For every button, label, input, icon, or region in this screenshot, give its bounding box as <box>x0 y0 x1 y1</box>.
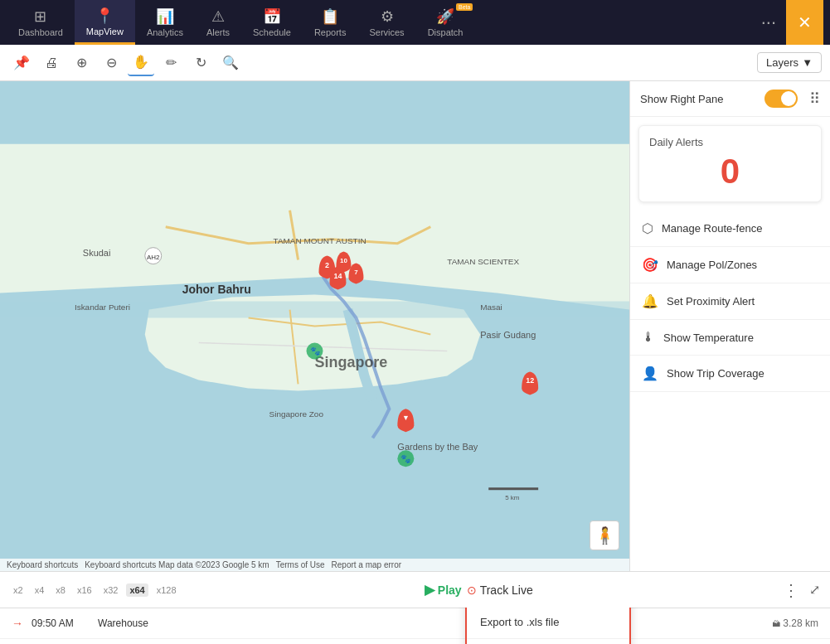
speed-x64[interactable]: x64 <box>126 583 148 597</box>
right-pane: Show Right Pane ⠿ Daily Alerts 0 ⬡ Manag… <box>629 81 830 571</box>
export-xls-item[interactable]: Export to .xls file <box>467 608 629 639</box>
play-button[interactable]: ▶ Play <box>425 582 462 598</box>
reports-icon: 📋 <box>321 7 339 26</box>
nav-dashboard-label: Dashboard <box>18 27 63 37</box>
svg-text:TAMAN SCIENTEX: TAMAN SCIENTEX <box>447 257 519 266</box>
mapview-icon: 📍 <box>95 7 114 25</box>
print-tool[interactable]: 🖨 <box>38 50 65 76</box>
manage-route-fence-label: Manage Route-fence <box>662 222 762 235</box>
grid-icon[interactable]: ⠿ <box>809 90 820 108</box>
report-map-error[interactable]: Report a map error <box>332 560 401 569</box>
map-svg: AH2 Johor Bahru Singapore Pasir Gudang M… <box>0 81 629 571</box>
daily-alerts-title: Daily Alerts <box>649 136 811 148</box>
nav-more-button[interactable]: ··· <box>751 12 786 33</box>
svg-text:Masai: Masai <box>480 303 502 312</box>
main-area: AH2 Johor Bahru Singapore Pasir Gudang M… <box>0 81 830 571</box>
play-icon: ▶ <box>425 582 434 598</box>
manage-pol-zones-label: Manage Pol/Zones <box>667 259 757 271</box>
svg-text:7: 7 <box>354 269 358 276</box>
nav-exit-button[interactable]: ✕ <box>786 0 823 45</box>
right-pane-header: Show Right Pane ⠿ <box>630 81 830 117</box>
daily-alerts-count: 0 <box>649 152 811 191</box>
pin-tool[interactable]: 📌 <box>8 50 35 76</box>
zoom-out-tool[interactable]: ⊖ <box>98 50 124 76</box>
show-temperature-label: Show Temperature <box>663 332 754 344</box>
edit-tool[interactable]: ✏ <box>158 50 184 76</box>
nav-mapview-label: MapView <box>86 27 124 36</box>
svg-text:Singapore: Singapore <box>315 354 388 370</box>
nav-alerts-label: Alerts <box>206 27 230 37</box>
show-right-pane-label: Show Right Pane <box>640 93 723 105</box>
track-live-icon: ⊙ <box>467 583 477 597</box>
nav-alerts[interactable]: ⚠ Alerts <box>195 0 241 45</box>
route-fence-icon: ⬡ <box>642 220 653 236</box>
show-trip-coverage-label: Show Trip Coverage <box>667 367 764 380</box>
pol-zones-icon: 🎯 <box>642 257 658 273</box>
nav-dashboard[interactable]: ⊞ Dashboard <box>7 0 75 45</box>
show-right-pane-toggle[interactable] <box>764 90 798 108</box>
nav-analytics[interactable]: 📊 Analytics <box>135 0 195 45</box>
trip-coverage-icon: 👤 <box>642 366 658 381</box>
speed-x2[interactable]: x2 <box>10 583 27 597</box>
svg-text:AH2: AH2 <box>147 254 160 261</box>
play-label: Play <box>438 583 462 597</box>
nav-services[interactable]: ⚙ Services <box>357 0 415 45</box>
playback-bar: x2 x4 x8 x16 x32 x64 x128 ▶ Play ⊙ Track… <box>0 571 830 608</box>
nav-reports[interactable]: 📋 Reports <box>303 0 358 45</box>
trip-row-2[interactable]: → 03:25 PM 13 Senoko Way, Singapore, 🏔 2… <box>0 639 830 644</box>
nav-schedule[interactable]: 📅 Schedule <box>241 0 303 45</box>
analytics-icon: 📊 <box>156 7 174 26</box>
nav-reports-label: Reports <box>314 27 347 37</box>
fullscreen-button[interactable]: ⤢ <box>809 582 820 598</box>
svg-text:TAMAN MOUNT AUSTIN: TAMAN MOUNT AUSTIN <box>274 236 366 245</box>
map-container[interactable]: AH2 Johor Bahru Singapore Pasir Gudang M… <box>0 81 629 571</box>
top-nav: ⊞ Dashboard 📍 MapView 📊 Analytics ⚠ Aler… <box>0 0 830 45</box>
search-tool[interactable]: 🔍 <box>217 50 244 76</box>
manage-route-fence-item[interactable]: ⬡ Manage Route-fence <box>630 211 830 247</box>
services-icon: ⚙ <box>381 7 394 26</box>
alerts-icon: ⚠ <box>211 7 225 26</box>
map-attribution: Keyboard shortcuts Keyboard shortcuts Ma… <box>0 559 629 571</box>
track-live-button[interactable]: ⊙ Track Live <box>467 583 533 597</box>
nav-analytics-label: Analytics <box>147 27 183 37</box>
nav-dispatch[interactable]: Beta 🚀 Dispatch <box>416 0 475 45</box>
proximity-icon: 🔔 <box>642 293 658 309</box>
terms-of-use[interactable]: Terms of Use <box>276 560 325 569</box>
trip-location-1: Warehouse <box>98 617 764 629</box>
trip-arrow-1: → <box>12 617 23 630</box>
speed-x8[interactable]: x8 <box>52 583 69 597</box>
svg-text:Skudai: Skudai <box>83 248 111 258</box>
speed-x16[interactable]: x16 <box>74 583 95 597</box>
trip-row-1[interactable]: → 09:50 AM Warehouse 🏔 3.28 km <box>0 608 830 639</box>
create-route-item[interactable]: Create Route <box>467 639 629 644</box>
nav-mapview[interactable]: 📍 MapView <box>75 0 135 45</box>
show-temperature-item[interactable]: 🌡 Show Temperature <box>630 320 830 356</box>
set-proximity-alert-item[interactable]: 🔔 Set Proximity Alert <box>630 283 830 320</box>
svg-text:12: 12 <box>526 376 534 385</box>
show-trip-coverage-item[interactable]: 👤 Show Trip Coverage <box>630 356 830 392</box>
speed-x32[interactable]: x32 <box>100 583 122 597</box>
pan-tool[interactable]: ✋ <box>128 50 154 76</box>
temperature-icon: 🌡 <box>642 330 655 345</box>
manage-pol-zones-item[interactable]: 🎯 Manage Pol/Zones <box>630 247 830 283</box>
trip-time-1: 09:50 AM <box>32 617 90 629</box>
nav-services-label: Services <box>369 27 404 37</box>
layers-button[interactable]: Layers ▼ <box>757 52 822 73</box>
speed-x4[interactable]: x4 <box>32 583 48 597</box>
more-options-button[interactable]: ⋮ <box>778 580 804 600</box>
svg-text:2: 2 <box>325 261 329 269</box>
beta-badge: Beta <box>456 3 473 11</box>
svg-text:10: 10 <box>340 257 347 264</box>
bottom-section: x2 x4 x8 x16 x32 x64 x128 ▶ Play ⊙ Track… <box>0 571 830 644</box>
nav-schedule-label: Schedule <box>253 27 291 37</box>
keyboard-shortcuts[interactable]: Keyboard shortcuts <box>7 560 78 569</box>
layers-label: Layers <box>766 56 798 69</box>
svg-text:Johor Bahru: Johor Bahru <box>182 283 251 296</box>
zoom-in-tool[interactable]: ⊕ <box>68 50 95 76</box>
refresh-tool[interactable]: ↻ <box>187 50 214 76</box>
trip-list: → 09:50 AM Warehouse 🏔 3.28 km → 03:25 P… <box>0 608 830 644</box>
streetview-button[interactable]: 🧍 <box>590 521 619 550</box>
schedule-icon: 📅 <box>263 7 281 26</box>
distance-icon-1: 🏔 <box>772 619 780 628</box>
speed-x128[interactable]: x128 <box>153 583 180 597</box>
